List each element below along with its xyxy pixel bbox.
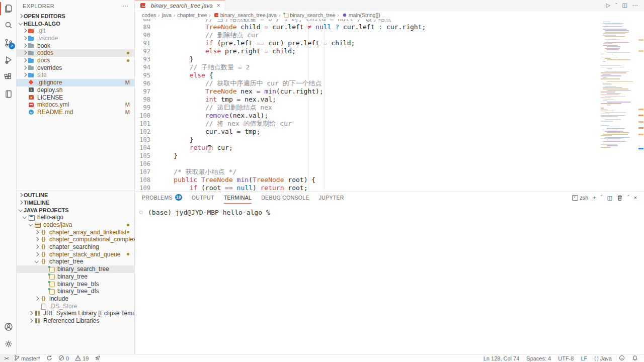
code-line[interactable]: 91 if (pre.left == cur) pre.left = child… — [135, 39, 600, 47]
feedback[interactable] — [619, 355, 625, 362]
more-actions-icon[interactable]: ⋯ — [632, 2, 638, 9]
minimap[interactable] — [600, 19, 638, 191]
outline-section[interactable]: OUTLINE — [17, 191, 134, 199]
breadcrumb-item[interactable]: chapter_tree — [177, 12, 207, 18]
notifications[interactable] — [632, 355, 638, 362]
code-line[interactable]: 93 } — [135, 55, 600, 63]
tree-item-codes[interactable]: codes — [17, 49, 134, 57]
terminal-content[interactable]: (base) jyd@JYD-MBP hello-algo % — [135, 204, 644, 216]
tree-item-binary-tree-bfs[interactable]: binary_tree_bfs — [17, 280, 134, 288]
code-line[interactable]: 107 /* 获取最小结点 */ — [135, 168, 600, 176]
new-terminal-icon[interactable]: + — [593, 195, 596, 201]
code-line[interactable]: 89 TreeNode child = cur.left ≠ null ? cu… — [135, 23, 600, 31]
git-branch[interactable]: master* — [14, 355, 40, 362]
code-line[interactable]: 96 // 获取中序遍历中 cur 的下一个结点 — [135, 79, 600, 87]
code-line[interactable]: 106 — [135, 160, 600, 168]
tree-item-readme-md[interactable]: README.mdM — [17, 109, 134, 116]
terminal-dropdown-icon[interactable]: ˇ — [601, 195, 603, 201]
tree-item-chapter-array-and-linkedlist[interactable]: {}chapter_array_and_linkedlist — [17, 228, 134, 236]
tree-item-deploy-sh[interactable]: deploy.sh — [17, 86, 134, 94]
search-icon[interactable] — [0, 17, 17, 34]
code-line[interactable]: 100 remove(nex.val); — [135, 112, 600, 120]
errors[interactable]: 0 — [58, 355, 69, 362]
tree-item-referenced-libraries[interactable]: Referenced Libraries — [17, 317, 134, 325]
tree-item-chapter-stack-and-queue[interactable]: {}chapter_stack_and_queue — [17, 250, 134, 258]
tree-item--git[interactable]: .git — [17, 27, 134, 35]
run-debug-icon[interactable] — [0, 51, 17, 68]
tab-binary-search-tree[interactable]: binary_search_tree.java × — [135, 0, 225, 11]
code-line[interactable]: 98 int tmp = nex.val; — [135, 96, 600, 104]
tree-item-docs[interactable]: docs — [17, 57, 134, 64]
tree-item-license[interactable]: LICENSE — [17, 94, 134, 101]
code-line[interactable]: 103 } — [135, 136, 600, 144]
settings-gear-icon[interactable] — [0, 335, 17, 352]
tree-item--ds-store[interactable]: .DS_Store — [17, 302, 134, 310]
source-control-icon[interactable]: 7 — [0, 34, 17, 51]
code-line[interactable]: 92 else pre.right = child; — [135, 47, 600, 55]
code-editor[interactable]: 88 // 当子结点数量 = 0 / 1 时, child = null / 该… — [135, 19, 600, 191]
breadcrumb-item[interactable]: binary_search_tree.java — [213, 12, 277, 19]
open-editors-section[interactable]: OPEN EDITORS — [17, 12, 134, 20]
warnings[interactable]: 19 — [75, 355, 89, 362]
workspace-root-section[interactable]: HELLO-ALGO — [17, 20, 134, 27]
run-icon[interactable]: ▷ — [606, 2, 610, 9]
code-line[interactable]: 104 return cur; — [135, 144, 600, 152]
panel-tab-problems[interactable]: PROBLEMS19 — [142, 192, 182, 204]
sync[interactable] — [46, 355, 52, 362]
tree-item-include[interactable]: {}include — [17, 295, 134, 303]
panel-tab-terminal[interactable]: TERMINAL — [224, 192, 252, 204]
breadcrumb-item[interactable]: main(String[]) — [341, 12, 380, 19]
run-dropdown-icon[interactable]: ˇ — [615, 3, 617, 9]
split-editor-icon[interactable]: ◫ — [622, 2, 627, 9]
code-line[interactable]: 102 cur.val = tmp; — [135, 128, 600, 136]
breadcrumb-item[interactable]: java — [162, 12, 172, 18]
shell-selector[interactable]: zsh — [572, 195, 588, 201]
breadcrumb-item[interactable]: binary_search_tree — [282, 12, 335, 19]
code-line[interactable]: 94 // 子结点数量 = 2 — [135, 63, 600, 71]
tree-item-jre-system-library-eclipse-temurin-17-17-[interactable]: JRE System Library [Eclipse Temurin 17 [… — [17, 310, 134, 317]
cursor-position[interactable]: Ln 128, Col 74 — [484, 355, 520, 361]
code-line[interactable]: 90 // 删除结点 cur — [135, 31, 600, 39]
launch[interactable] — [95, 355, 101, 362]
panel-tab-jupyter[interactable]: JUPYTER — [319, 192, 344, 204]
tree-item-site[interactable]: site — [17, 71, 134, 79]
tree-item--vscode[interactable]: .vscode — [17, 35, 134, 42]
files-icon[interactable] — [0, 0, 17, 17]
code-line[interactable]: 97 TreeNode nex = min(cur.right); — [135, 87, 600, 96]
split-terminal-icon[interactable]: ◫ — [607, 195, 612, 201]
code-line[interactable]: 99 // 递归删除结点 nex — [135, 104, 600, 112]
tab-close-icon[interactable]: × — [217, 2, 220, 9]
code-line[interactable]: 105 } — [135, 152, 600, 160]
panel-tab-output[interactable]: OUTPUT — [192, 192, 214, 204]
explorer-more-icon[interactable]: ⋯ — [122, 3, 128, 10]
code-line[interactable]: 101 // 将 nex 的值复制给 cur — [135, 120, 600, 128]
kill-terminal-icon[interactable] — [617, 195, 623, 201]
eol[interactable]: LF — [581, 355, 587, 361]
maximize-panel-icon[interactable]: ˆ — [627, 195, 629, 201]
code-line[interactable]: 109 if (root == null) return root; — [135, 184, 600, 191]
encoding[interactable]: UTF-8 — [558, 355, 574, 361]
code-line[interactable]: 95 else { — [135, 71, 600, 79]
tree-item-binary-tree[interactable]: binary_tree — [17, 273, 134, 281]
extensions-icon[interactable] — [0, 68, 17, 85]
tree-item-mkdocs-yml[interactable]: mkdocs.ymlM — [17, 101, 134, 109]
code-line[interactable]: 88 // 当子结点数量 = 0 / 1 时, child = null / 该… — [135, 19, 600, 23]
tree-item-book[interactable]: book — [17, 42, 134, 49]
indentation[interactable]: Spaces: 4 — [526, 355, 551, 361]
timeline-section[interactable]: TIMELINE — [17, 199, 134, 206]
tree-item-binary-search-tree[interactable]: binary_search_tree — [17, 265, 134, 273]
tree-item--gitignore[interactable]: .gitignoreM — [17, 79, 134, 86]
language-mode[interactable]: { }Java — [594, 355, 612, 361]
breadcrumb-item[interactable]: codes — [142, 12, 156, 18]
notebook-icon[interactable] — [0, 85, 17, 103]
close-panel-icon[interactable]: × — [634, 195, 637, 201]
tree-item-chapter-tree[interactable]: {}chapter_tree — [17, 258, 134, 265]
tree-item-codes-java[interactable]: codes/java — [17, 221, 134, 229]
tree-item-chapter-computational-complexity[interactable]: {}chapter_computational_complexity — [17, 236, 134, 243]
tree-item-overrides[interactable]: overrides — [17, 64, 134, 71]
tree-item-chapter-searching[interactable]: {}chapter_searching — [17, 243, 134, 251]
tree-item-hello-algo[interactable]: hello-algo — [17, 214, 134, 221]
overview-ruler[interactable] — [638, 19, 644, 191]
remote-indicator[interactable]: >< — [0, 355, 13, 362]
account-icon[interactable] — [0, 318, 17, 335]
